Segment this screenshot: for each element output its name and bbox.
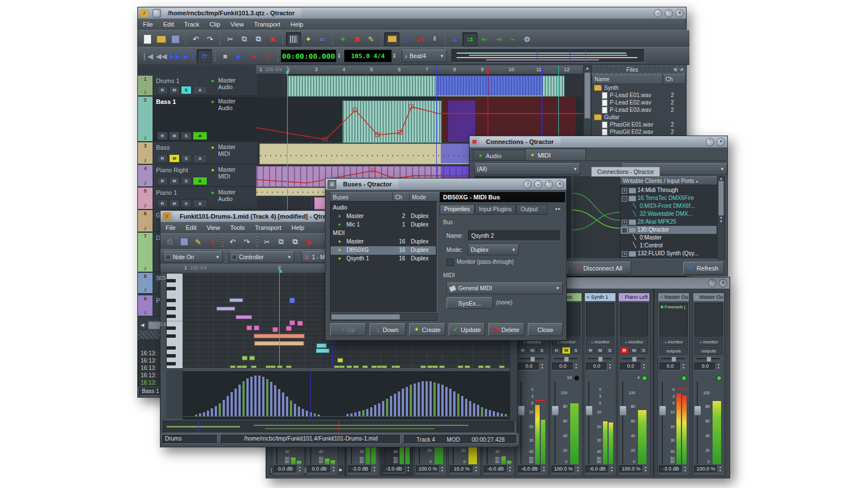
strip-header[interactable]: ✦Synth 1 <box>585 293 615 301</box>
disconnect-all-button[interactable]: ✂Disconnect All <box>567 262 631 274</box>
buses-help-icon[interactable]: ? <box>523 180 532 189</box>
strip-pan-slider[interactable] <box>588 356 611 361</box>
undo-icon[interactable]: ↶ <box>189 33 203 46</box>
strip-value[interactable]: 0.0 dB <box>274 465 297 473</box>
time-display[interactable]: 00:00:00.000 <box>281 50 336 62</box>
markers-icon[interactable]: ▲ <box>448 33 462 46</box>
track-row[interactable]: 5♪Piano 1RMSA✦MasterAudio <box>138 188 256 210</box>
monitor-button[interactable]: ◂monitor <box>659 338 688 346</box>
strip-s-button[interactable]: S <box>537 347 546 354</box>
gain-value[interactable]: 0.0 <box>620 363 641 371</box>
strip-m-button[interactable]: M <box>562 347 571 354</box>
midi-note[interactable] <box>371 365 377 368</box>
plugin-led[interactable] <box>661 306 663 308</box>
files-item[interactable]: P-Lead E02.wav2 <box>592 99 685 106</box>
midi-copy-icon[interactable]: ⧉ <box>274 236 288 249</box>
midi-edit-icon[interactable]: ✎ <box>191 236 205 249</box>
files-col-ch[interactable]: Ch <box>663 74 685 84</box>
track-m-button[interactable]: M <box>169 86 180 94</box>
pan-handle[interactable] <box>564 356 569 362</box>
menu-file[interactable]: File <box>160 223 181 233</box>
files-item[interactable]: PhasGit E01.wav2 <box>592 121 685 128</box>
track-a-button[interactable]: A <box>193 86 207 94</box>
strip-header[interactable]: ✦Master Ou <box>658 293 689 301</box>
selection-region-track1[interactable] <box>436 76 542 95</box>
value-spinner[interactable]: ▲▼ <box>643 465 648 472</box>
value-spinner[interactable]: ▲▼ <box>575 465 580 472</box>
controller-type-combo[interactable]: Controller▼ <box>229 251 294 263</box>
track-a-button[interactable]: A <box>193 177 207 185</box>
strip-pan-slider[interactable] <box>622 356 645 361</box>
loop-icon[interactable]: ⇉ <box>462 32 478 46</box>
midi-redo-icon[interactable]: ↷ <box>240 236 254 249</box>
client-tree-row[interactable]: ╲0:MIDI-Front DMX6f... <box>620 202 717 210</box>
refresh-button[interactable]: ⟳Refresh <box>683 262 724 274</box>
tempo-map-icon[interactable]: ✦ <box>301 33 315 46</box>
midi-note[interactable] <box>286 365 292 368</box>
strip-header[interactable]: ✦Master Ou <box>693 293 724 301</box>
delete-button[interactable]: ✖Delete <box>488 323 524 336</box>
connections-titlebar[interactable]: ✖ Connections - Qtractor ⌃ ✕ <box>470 136 727 148</box>
mixer-strip-Synth 1[interactable]: ✦Synth 1◂monitorRMS0.0▲▼036102030405060-… <box>584 292 617 476</box>
midi-note[interactable] <box>289 320 295 325</box>
tab-properties[interactable]: Properties <box>440 204 475 215</box>
menu-view[interactable]: View <box>225 19 249 29</box>
track-number-cell[interactable]: 8♪ <box>138 273 153 293</box>
midi-thumbnail[interactable] <box>163 421 515 433</box>
update-button[interactable]: ✔Update <box>449 323 485 336</box>
piano-keyboard[interactable] <box>166 273 184 369</box>
black-key[interactable] <box>167 307 176 310</box>
gain-value[interactable]: 0.0 <box>518 363 540 371</box>
track-r-button[interactable]: R <box>157 154 168 163</box>
midi-note[interactable] <box>249 356 255 360</box>
strip-plugin-list[interactable] <box>586 303 614 337</box>
instrument-combo[interactable]: General MIDI▼ <box>446 282 563 294</box>
monitor-button[interactable]: ◂monitor <box>620 338 648 346</box>
strip-value[interactable]: 15.0 % <box>450 465 474 473</box>
files-item[interactable]: P-Lead E03.wav2 <box>592 106 685 114</box>
strip-value[interactable]: 100.0 % <box>552 465 575 473</box>
strip-value[interactable]: 100.0 % <box>416 465 440 473</box>
tree-expander-icon[interactable]: + <box>622 188 627 194</box>
strip-value[interactable]: -6.0 dB <box>585 465 609 473</box>
track-number-cell[interactable]: 4♪ <box>138 165 153 186</box>
close-icon[interactable]: ✕ <box>675 9 684 18</box>
gain-value[interactable]: 0.0 <box>695 363 716 371</box>
track-s-button[interactable]: S <box>181 199 192 208</box>
strip-r-button[interactable]: R <box>518 347 527 354</box>
track-row[interactable]: 3♪BassRMSA✦MasterMIDI <box>138 142 256 164</box>
plugin-item[interactable]: Freeverb ( <box>661 304 687 310</box>
tab-scroll-icons[interactable]: ◂ ▸ <box>554 204 562 215</box>
strip-m-button[interactable]: M <box>528 347 537 354</box>
client-tree-row[interactable]: +28:Akai MPK25 <box>620 218 717 226</box>
bus-row[interactable]: Audio <box>331 204 436 212</box>
track-number-cell[interactable]: 9♪ <box>138 295 153 316</box>
mixer-icon[interactable]: ⫴ <box>428 33 442 46</box>
strip-value[interactable]: 0.0 dB <box>307 465 331 473</box>
up-button[interactable]: ↑Up <box>330 323 366 336</box>
pan-handle[interactable] <box>706 356 711 362</box>
strip-plugin-list[interactable] <box>620 303 648 337</box>
files-item[interactable]: Guitar <box>592 114 685 121</box>
value-spinner[interactable]: ▲▼ <box>440 465 445 472</box>
remove-track-icon[interactable]: ✖ <box>350 33 364 46</box>
gain-spinner[interactable]: ▲▼ <box>681 363 686 369</box>
main-titlebar[interactable]: ♪ /home/rncbc/tmp/Funkit101.3.qtz - Qtra… <box>138 7 686 19</box>
strip-pan-slider[interactable] <box>661 356 685 361</box>
strip-header[interactable]: ✦Piano Left <box>619 293 649 301</box>
strip-m-button[interactable]: M <box>630 347 639 354</box>
strip-r-button[interactable]: R <box>620 347 629 354</box>
midi-note[interactable] <box>394 365 400 368</box>
midi-note[interactable] <box>230 365 236 368</box>
track-number-cell[interactable]: 1♪ <box>138 76 153 95</box>
midi-note[interactable] <box>246 325 252 330</box>
options-icon[interactable]: ⚙ <box>520 33 534 46</box>
menu-edit[interactable]: Edit <box>181 223 202 233</box>
transport-backward-icon[interactable]: ❘◀ <box>140 50 154 63</box>
strip-value[interactable]: 100.0 % <box>694 465 718 473</box>
strip-value[interactable]: -3.0 dB <box>382 465 406 473</box>
files-col-name[interactable]: Name <box>592 74 663 84</box>
menu-transport[interactable]: Transport <box>249 19 285 29</box>
automation-icon[interactable]: ≂ <box>315 33 329 46</box>
monitor-checkbox[interactable] <box>446 259 454 266</box>
